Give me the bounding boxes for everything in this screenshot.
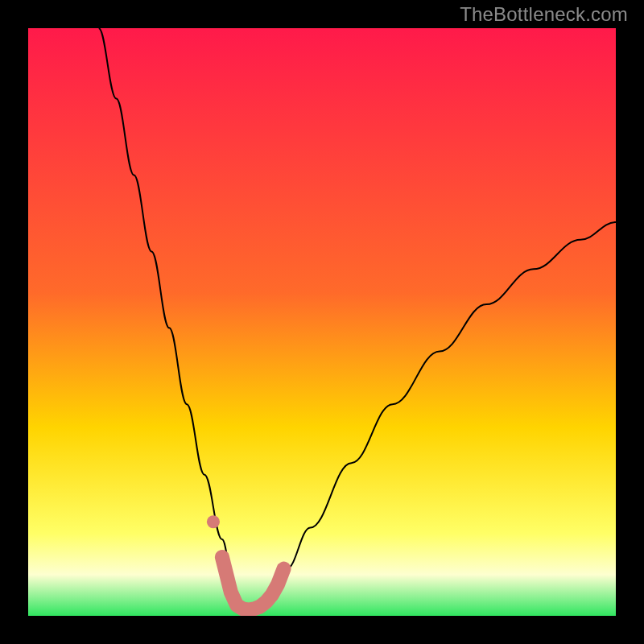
bottleneck-chart xyxy=(28,28,616,616)
chart-background xyxy=(28,28,616,616)
isolated-marker xyxy=(207,515,220,528)
chart-frame: TheBottleneck.com xyxy=(0,0,644,644)
watermark-text: TheBottleneck.com xyxy=(460,3,628,26)
